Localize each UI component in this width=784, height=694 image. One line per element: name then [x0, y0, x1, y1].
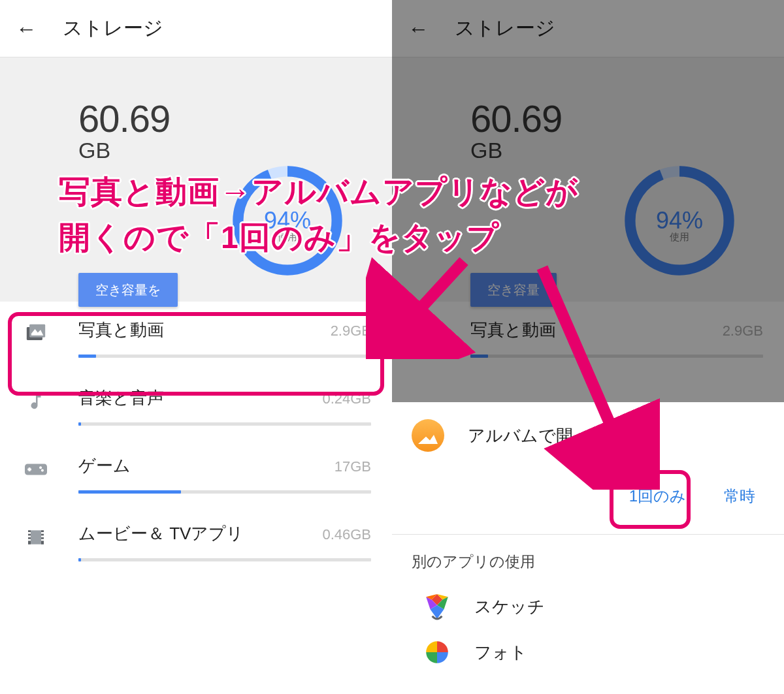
- svg-rect-7: [27, 469, 31, 471]
- phone-left: ← ストレージ 60.69 GB 空き容量を 94% 使用 写真と動画 2.9G…: [0, 0, 392, 694]
- category-size: 17GB: [335, 458, 371, 475]
- category-bar: [78, 490, 371, 494]
- svg-rect-15: [28, 539, 31, 541]
- category-music[interactable]: 音楽と音声 0.24GB: [0, 370, 392, 437]
- album-app-icon: [412, 419, 444, 452]
- alt-app-label: スケッチ: [474, 595, 545, 618]
- alt-app-sketch[interactable]: スケッチ: [392, 584, 784, 629]
- category-games[interactable]: ゲーム 17GB: [0, 437, 392, 505]
- movies-icon: [21, 522, 51, 552]
- category-name: ゲーム: [78, 454, 131, 477]
- topbar: ← ストレージ: [0, 0, 392, 57]
- svg-rect-17: [41, 535, 44, 537]
- annotation-text-1: 写真と動画→アルバムアプリなどが: [59, 170, 578, 213]
- svg-point-9: [41, 469, 44, 471]
- category-name: 写真と動画: [78, 319, 164, 341]
- alt-app-photos[interactable]: フォト: [392, 629, 784, 675]
- svg-line-31: [392, 261, 464, 339]
- category-list: 写真と動画 2.9GB 音楽と音声 0.24GB: [0, 302, 392, 573]
- other-apps-title: 別のアプリの使用: [392, 535, 784, 584]
- category-bar: [78, 422, 371, 426]
- category-movies[interactable]: ムービー＆ TVアプリ 0.46GB: [0, 505, 392, 573]
- category-size: 0.24GB: [322, 390, 371, 407]
- svg-rect-18: [41, 539, 44, 541]
- category-size: 0.46GB: [322, 526, 371, 543]
- category-photos[interactable]: 写真と動画 2.9GB: [0, 302, 392, 370]
- alt-app-label: フォト: [474, 641, 527, 664]
- google-photos-icon: [423, 639, 451, 666]
- category-name: ムービー＆ TVアプリ: [78, 522, 244, 545]
- category-bar: [78, 355, 371, 358]
- svg-rect-16: [41, 532, 44, 534]
- svg-point-8: [39, 466, 42, 469]
- back-icon[interactable]: ←: [16, 18, 37, 39]
- category-size: 2.9GB: [331, 323, 371, 339]
- svg-rect-13: [28, 532, 31, 534]
- svg-line-33: [542, 268, 627, 464]
- music-icon: [21, 386, 51, 417]
- games-icon: [21, 454, 51, 484]
- category-name: 音楽と音声: [78, 386, 164, 409]
- used-amount: 60.69: [78, 97, 392, 140]
- category-bar: [78, 558, 371, 561]
- arrow-to-once: [516, 255, 660, 490]
- free-space-button[interactable]: 空き容量を: [78, 273, 178, 307]
- used-unit: GB: [78, 138, 392, 163]
- always-button[interactable]: 常時: [721, 482, 758, 511]
- page-title: ストレージ: [63, 15, 163, 42]
- svg-rect-14: [28, 535, 31, 537]
- sketch-app-icon: [423, 593, 451, 620]
- photos-icon: [21, 319, 51, 349]
- arrow-to-photos: [366, 248, 483, 359]
